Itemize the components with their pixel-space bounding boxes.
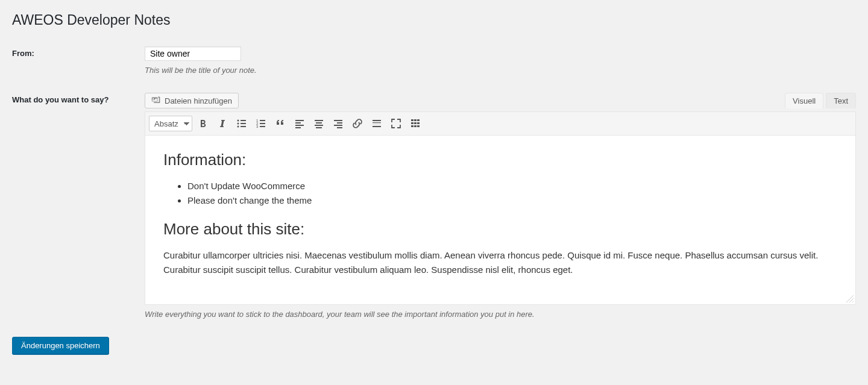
svg-rect-25 <box>373 122 381 123</box>
fullscreen-button[interactable] <box>388 116 404 131</box>
svg-rect-1 <box>241 120 246 121</box>
svg-rect-20 <box>334 120 342 121</box>
svg-point-0 <box>237 120 239 122</box>
title-input[interactable] <box>145 46 241 61</box>
editor-container: Absatz 123 <box>145 111 856 305</box>
list-item: Don't Update WooCommerce <box>187 179 837 193</box>
svg-point-2 <box>237 123 239 125</box>
svg-rect-31 <box>411 122 414 124</box>
svg-rect-27 <box>373 126 381 127</box>
save-button[interactable]: Änderungen speichern <box>12 337 109 354</box>
kitchensink-button[interactable] <box>407 116 424 131</box>
page-title: AWEOS Developer Notes <box>12 12 856 28</box>
media-icon <box>151 96 161 105</box>
svg-rect-29 <box>414 119 417 121</box>
aligncenter-button[interactable] <box>310 116 327 131</box>
blockquote-button[interactable] <box>272 116 289 131</box>
content-paragraph: Curabitur ullamcorper ultricies nisi. Ma… <box>163 248 837 277</box>
resize-handle[interactable] <box>846 295 854 303</box>
svg-rect-9 <box>260 123 265 124</box>
content-heading-1: Information: <box>163 151 837 169</box>
list-item: Please don't change the theme <box>187 193 837 208</box>
from-label: From: <box>12 49 34 58</box>
tab-visual[interactable]: Visuell <box>785 93 823 108</box>
svg-rect-7 <box>260 120 265 121</box>
svg-rect-30 <box>417 119 420 121</box>
svg-rect-34 <box>411 125 414 127</box>
format-select[interactable]: Absatz <box>149 116 192 131</box>
svg-rect-36 <box>417 125 420 127</box>
svg-point-4 <box>237 126 239 128</box>
editor-content[interactable]: Information: Don't Update WooCommerce Pl… <box>145 136 855 304</box>
svg-rect-35 <box>414 125 417 127</box>
svg-rect-24 <box>373 120 381 121</box>
svg-rect-22 <box>334 125 342 126</box>
svg-text:3: 3 <box>256 125 259 128</box>
bullist-button[interactable] <box>233 116 250 131</box>
svg-rect-5 <box>241 126 246 127</box>
svg-rect-19 <box>316 127 322 128</box>
svg-rect-26 <box>373 124 381 124</box>
svg-rect-18 <box>315 125 323 126</box>
svg-rect-16 <box>315 120 323 121</box>
add-media-button[interactable]: Dateien hinzufügen <box>145 93 239 108</box>
svg-rect-13 <box>295 122 301 124</box>
body-label: What do you want to say? <box>12 95 108 104</box>
editor-toolbar: Absatz 123 <box>145 112 855 136</box>
italic-button[interactable] <box>214 116 231 131</box>
svg-rect-14 <box>295 125 304 126</box>
body-helper: Write everything you want to stick to th… <box>145 310 856 319</box>
alignleft-button[interactable] <box>291 116 308 131</box>
svg-rect-21 <box>337 122 342 124</box>
svg-rect-17 <box>316 122 322 124</box>
svg-rect-23 <box>337 127 342 128</box>
svg-rect-28 <box>411 119 414 121</box>
bold-button[interactable] <box>195 116 212 131</box>
svg-rect-12 <box>295 120 304 121</box>
tab-text[interactable]: Text <box>826 93 856 108</box>
svg-rect-3 <box>241 123 246 124</box>
from-helper: This will be the title of your note. <box>145 66 856 75</box>
more-button[interactable] <box>368 116 385 131</box>
svg-rect-15 <box>295 127 301 128</box>
add-media-label: Dateien hinzufügen <box>165 96 232 105</box>
svg-rect-11 <box>260 126 265 127</box>
alignright-button[interactable] <box>330 116 347 131</box>
content-heading-2: More about this site: <box>163 220 837 239</box>
link-button[interactable] <box>349 116 366 131</box>
numlist-button[interactable]: 123 <box>253 116 269 131</box>
svg-rect-33 <box>417 122 420 124</box>
svg-rect-32 <box>414 122 417 124</box>
